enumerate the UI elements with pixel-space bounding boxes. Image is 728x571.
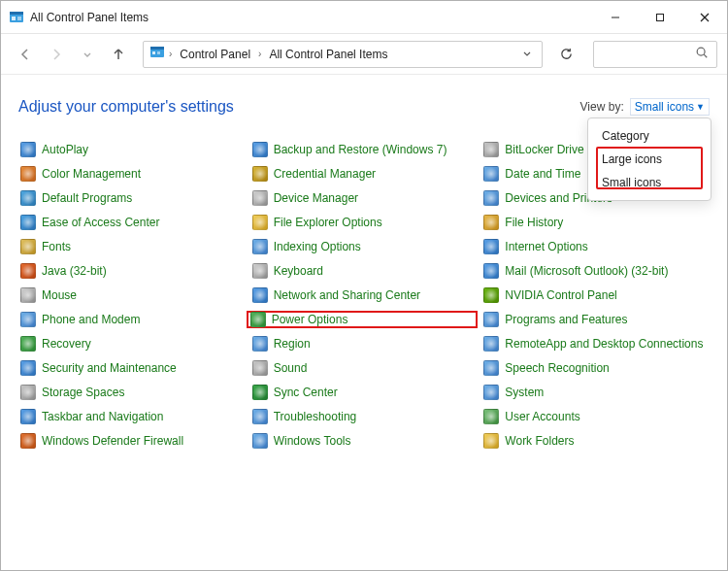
back-button[interactable] xyxy=(11,40,40,69)
dropdown-item-category[interactable]: Category xyxy=(588,124,711,148)
recent-button[interactable] xyxy=(73,40,102,69)
caret-down-icon: ▼ xyxy=(696,102,705,112)
control-panel-item-label: Fonts xyxy=(42,240,71,253)
maximize-button[interactable] xyxy=(638,2,682,33)
control-panel-item[interactable]: Security and Maintenance xyxy=(18,359,247,377)
control-panel-item[interactable]: Color Management xyxy=(18,165,247,183)
control-panel-item-label: Region xyxy=(274,337,311,351)
close-button[interactable] xyxy=(682,2,727,33)
troubleshoot-icon xyxy=(252,409,268,424)
internet-icon xyxy=(483,239,499,254)
java-icon xyxy=(20,263,36,279)
breadcrumb-seg-2[interactable]: All Control Panel Items xyxy=(265,46,391,63)
file-history-icon xyxy=(483,215,499,230)
control-panel-item[interactable]: Keyboard xyxy=(250,262,479,280)
items-column-2: Backup and Restore (Windows 7)Credential… xyxy=(250,141,479,450)
control-panel-item[interactable]: NVIDIA Control Panel xyxy=(481,286,710,304)
sound-icon xyxy=(252,360,268,376)
control-panel-item-label: Recovery xyxy=(42,337,91,351)
control-panel-item[interactable]: Windows Defender Firewall xyxy=(18,432,247,450)
dropdown-item-small-icons[interactable]: Small icons xyxy=(588,171,711,194)
refresh-button[interactable] xyxy=(548,41,583,68)
up-button[interactable] xyxy=(104,40,133,69)
control-panel-item[interactable]: Work Folders xyxy=(481,432,710,450)
minimize-button[interactable] xyxy=(593,2,638,33)
taskbar-icon xyxy=(20,409,36,424)
security-icon xyxy=(20,360,36,376)
control-panel-item[interactable]: Troubleshooting xyxy=(250,408,479,425)
control-panel-item[interactable]: Power Options xyxy=(247,311,479,328)
control-panel-item-label: Date and Time xyxy=(505,167,580,181)
control-panel-item-label: RemoteApp and Desktop Connections xyxy=(505,337,703,351)
dropdown-item-large-icons[interactable]: Large icons xyxy=(588,148,711,171)
control-panel-item[interactable]: Java (32-bit) xyxy=(18,262,247,280)
control-panel-item-label: Sync Center xyxy=(274,386,338,399)
fonts-icon xyxy=(20,239,36,254)
system-icon xyxy=(483,385,499,400)
viewby-dropdown-button[interactable]: Small icons ▼ xyxy=(630,98,710,116)
breadcrumb-seg-1[interactable]: Control Panel xyxy=(176,46,254,63)
page-heading: Adjust your computer's settings xyxy=(18,98,234,116)
control-panel-item-label: Device Manager xyxy=(274,191,358,205)
backup-icon xyxy=(252,142,268,157)
file-explorer-icon xyxy=(252,215,268,230)
control-panel-item-label: Troubleshooting xyxy=(274,410,357,423)
control-panel-item[interactable]: Ease of Access Center xyxy=(18,214,247,231)
titlebar: All Control Panel Items xyxy=(1,1,727,34)
window-title: All Control Panel Items xyxy=(30,11,149,24)
control-panel-item-label: Ease of Access Center xyxy=(42,216,159,229)
search-box[interactable] xyxy=(593,41,717,68)
control-panel-item[interactable]: Device Manager xyxy=(250,189,479,207)
bitlocker-icon xyxy=(483,142,499,157)
control-panel-item[interactable]: User Accounts xyxy=(481,408,710,425)
control-panel-item[interactable]: System xyxy=(481,384,710,401)
control-panel-item[interactable]: Backup and Restore (Windows 7) xyxy=(250,141,479,158)
indexing-icon xyxy=(252,239,268,254)
control-panel-item[interactable]: Region xyxy=(250,335,479,353)
control-panel-item[interactable]: File History xyxy=(481,214,710,231)
control-panel-item[interactable]: Network and Sharing Center xyxy=(250,286,479,304)
toolbar: › Control Panel › All Control Panel Item… xyxy=(1,34,727,75)
control-panel-item[interactable]: Credential Manager xyxy=(250,165,479,183)
address-bar[interactable]: › Control Panel › All Control Panel Item… xyxy=(143,41,543,68)
control-panel-item[interactable]: Mail (Microsoft Outlook) (32-bit) xyxy=(481,262,710,280)
control-panel-item-label: Mouse xyxy=(42,288,77,302)
control-panel-item[interactable]: Internet Options xyxy=(481,238,710,255)
control-panel-item[interactable]: Fonts xyxy=(18,238,247,255)
forward-button[interactable] xyxy=(42,40,71,69)
control-panel-item[interactable]: Taskbar and Navigation xyxy=(18,408,247,425)
control-panel-item[interactable]: File Explorer Options xyxy=(250,214,479,231)
control-panel-item-label: Speech Recognition xyxy=(505,361,609,375)
control-panel-item[interactable]: Mouse xyxy=(18,286,247,304)
work-folders-icon xyxy=(483,433,499,449)
chevron-right-icon[interactable]: › xyxy=(258,49,261,59)
control-panel-item-label: Java (32-bit) xyxy=(42,264,107,278)
control-panel-item[interactable]: Recovery xyxy=(18,335,247,353)
control-panel-item[interactable]: Speech Recognition xyxy=(481,359,710,377)
control-panel-item-label: NVIDIA Control Panel xyxy=(505,288,616,302)
control-panel-item[interactable]: Windows Tools xyxy=(250,432,479,450)
svg-line-13 xyxy=(704,54,707,57)
control-panel-item[interactable]: Indexing Options xyxy=(250,238,479,255)
control-panel-item[interactable]: Programs and Features xyxy=(481,311,710,328)
control-panel-item[interactable]: Storage Spaces xyxy=(18,384,247,401)
control-panel-item-label: Default Programs xyxy=(42,191,132,205)
remoteapp-icon xyxy=(483,336,499,352)
window-icon xyxy=(9,10,24,25)
control-panel-item[interactable]: Sound xyxy=(250,359,479,377)
devices-icon xyxy=(483,190,499,206)
control-panel-item[interactable]: Phone and Modem xyxy=(18,311,247,328)
phone-modem-icon xyxy=(20,312,36,327)
addr-dropdown[interactable] xyxy=(518,49,536,60)
control-panel-item[interactable]: Sync Center xyxy=(250,384,479,401)
viewby-control: View by: Small icons ▼ xyxy=(580,98,710,116)
control-panel-item-label: Programs and Features xyxy=(505,313,627,326)
windows-tools-icon xyxy=(252,433,268,449)
control-panel-item[interactable]: AutoPlay xyxy=(18,141,247,158)
chevron-right-icon[interactable]: › xyxy=(169,49,172,59)
search-icon xyxy=(695,46,709,62)
control-panel-item[interactable]: RemoteApp and Desktop Connections xyxy=(481,335,710,353)
control-panel-item[interactable]: Default Programs xyxy=(18,189,247,207)
svg-rect-5 xyxy=(657,14,664,20)
firewall-icon xyxy=(20,433,36,449)
